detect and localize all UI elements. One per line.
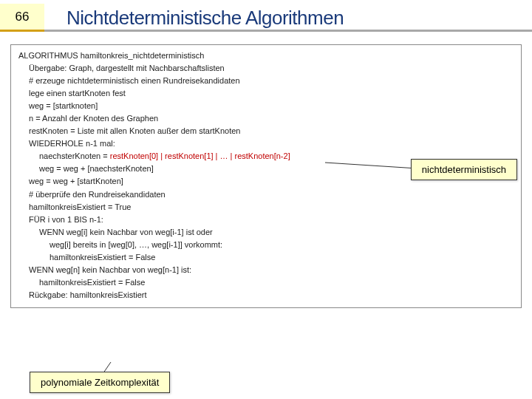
algo-text: naechsterKnoten = — [39, 151, 110, 160]
slide-number: 66 — [0, 4, 44, 32]
algo-line: hamiltonkreisExistiert = True — [18, 201, 514, 214]
algo-line: hamiltonkreisExistiert = False — [18, 251, 514, 264]
algo-line: WIEDERHOLE n-1 mal: — [18, 137, 514, 150]
algo-line: n = Anzahl der Knoten des Graphen — [18, 112, 514, 125]
algo-line: weg[i] bereits in [weg[0], …, weg[i-1]] … — [18, 239, 514, 251]
slide-title: Nichtdeterministische Algorithmen — [44, 7, 532, 30]
algo-line: ALGORITHMUS hamiltonkreis_nichtdetermini… — [18, 50, 514, 62]
algo-line: Rückgabe: hamiltonkreisExistiert — [18, 289, 514, 301]
algo-line: Übergabe: Graph, dargestellt mit Nachbar… — [18, 62, 514, 75]
algo-nondet-choice: restKnoten[0] | restKnoten[1] | … | rest… — [110, 151, 290, 160]
header-underline — [0, 30, 532, 32]
slide-header: 66 Nichtdeterministische Algorithmen — [0, 0, 532, 35]
algo-line: weg = [startknoten] — [18, 100, 514, 112]
algo-line: restKnoten = Liste mit allen Knoten auße… — [18, 125, 514, 137]
algo-line: hamiltonkreisExistiert = False — [18, 276, 514, 289]
algo-line: WENN weg[n] kein Nachbar von weg[n-1] is… — [18, 264, 514, 276]
algo-line: WENN weg[i] kein Nachbar von weg[i-1] is… — [18, 226, 514, 239]
algo-comment: # überprüfe den Rundreisekandidaten — [18, 188, 514, 201]
algo-line: lege einen startKnoten fest — [18, 87, 514, 100]
callout-nondeterministic: nichtdeterministisch — [411, 159, 517, 180]
algo-comment: # erzeuge nichtdeterministisch einen Run… — [18, 75, 514, 87]
algo-line: FÜR i von 1 BIS n-1: — [18, 214, 514, 226]
callout-complexity: polynomiale Zeitkomplexität — [30, 372, 170, 393]
